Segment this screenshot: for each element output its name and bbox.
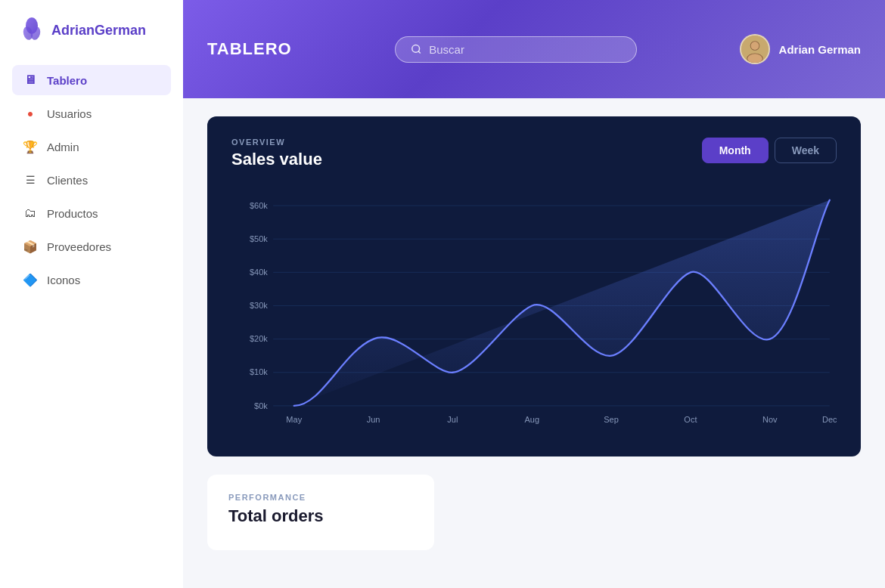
sidebar-item-tablero[interactable]: 🖥 Tablero xyxy=(12,65,171,95)
week-button[interactable]: Week xyxy=(775,138,837,163)
content-area: OVERVIEW Sales value Month Week xyxy=(183,98,885,588)
sidebar-item-label: Tablero xyxy=(47,74,87,87)
sidebar-item-proveedores[interactable]: 📦 Proveedores xyxy=(12,231,171,262)
svg-text:May: May xyxy=(286,415,302,424)
svg-text:Jul: Jul xyxy=(447,415,458,424)
search-bar[interactable] xyxy=(395,36,637,63)
svg-text:$50k: $50k xyxy=(250,234,268,243)
sales-chart-card: OVERVIEW Sales value Month Week xyxy=(207,116,861,456)
sidebar: AdrianGerman 🖥 Tablero ● Usuarios 🏆 Admi… xyxy=(0,0,183,588)
admin-icon: 🏆 xyxy=(23,139,38,154)
sidebar-item-label: Proveedores xyxy=(47,240,111,253)
sidebar-logo: AdrianGerman xyxy=(0,0,183,65)
search-input[interactable] xyxy=(429,43,620,56)
sidebar-item-label: Clientes xyxy=(47,174,88,187)
svg-text:$10k: $10k xyxy=(250,367,268,376)
sidebar-item-admin[interactable]: 🏆 Admin xyxy=(12,132,171,162)
main-content: TABLERO Adrian German xyxy=(183,0,885,588)
chart-title: Sales value xyxy=(231,150,322,169)
svg-text:Dec: Dec xyxy=(822,415,837,424)
svg-point-8 xyxy=(750,42,759,50)
chart-overview-label: OVERVIEW xyxy=(231,138,322,147)
svg-text:Nov: Nov xyxy=(762,415,778,424)
avatar xyxy=(740,34,770,64)
chart-labels: OVERVIEW Sales value xyxy=(231,138,322,169)
svg-text:Oct: Oct xyxy=(684,415,697,424)
tablero-icon: 🖥 xyxy=(23,73,38,88)
sidebar-item-label: Admin xyxy=(47,141,79,153)
svg-text:Sep: Sep xyxy=(604,415,619,424)
svg-line-4 xyxy=(418,51,421,54)
usuarios-icon: ● xyxy=(23,106,38,121)
svg-text:$30k: $30k xyxy=(250,301,268,310)
logo-text: AdrianGerman xyxy=(51,23,146,39)
performance-card: PERFORMANCE Total orders xyxy=(207,475,434,550)
sidebar-item-productos[interactable]: 🗂 Productos xyxy=(12,198,171,228)
svg-text:$0k: $0k xyxy=(254,401,268,410)
sidebar-item-iconos[interactable]: 🔷 Iconos xyxy=(12,265,171,295)
proveedores-icon: 📦 xyxy=(23,239,38,254)
sidebar-nav: 🖥 Tablero ● Usuarios 🏆 Admin ☰ Clientes … xyxy=(0,65,183,295)
svg-point-9 xyxy=(747,54,762,63)
user-name: Adrian German xyxy=(779,43,861,56)
logo-icon xyxy=(18,17,45,44)
user-menu[interactable]: Adrian German xyxy=(740,34,861,64)
sidebar-item-clientes[interactable]: ☰ Clientes xyxy=(12,165,171,195)
svg-text:Aug: Aug xyxy=(524,415,539,424)
svg-text:$20k: $20k xyxy=(250,334,268,343)
avatar-image xyxy=(741,34,769,64)
sidebar-item-usuarios[interactable]: ● Usuarios xyxy=(12,98,171,128)
chart-header: OVERVIEW Sales value Month Week xyxy=(231,138,837,169)
search-icon xyxy=(411,43,422,55)
svg-point-3 xyxy=(411,45,419,53)
sidebar-item-label: Iconos xyxy=(47,274,80,286)
clientes-icon: ☰ xyxy=(23,172,38,187)
chart-buttons: Month Week xyxy=(702,138,837,163)
performance-title: Total orders xyxy=(228,506,413,526)
svg-text:$60k: $60k xyxy=(250,201,268,210)
productos-icon: 🗂 xyxy=(23,206,38,221)
iconos-icon: 🔷 xyxy=(23,272,38,287)
performance-label: PERFORMANCE xyxy=(228,493,413,502)
sales-chart-svg: $60k $50k $40k $30k $20k $10k $0k May Ju… xyxy=(231,181,837,438)
sidebar-item-label: Productos xyxy=(47,207,98,220)
header: TABLERO Adrian German xyxy=(183,0,885,98)
svg-text:Jun: Jun xyxy=(367,415,380,424)
header-title: TABLERO xyxy=(207,39,292,59)
sidebar-item-label: Usuarios xyxy=(47,107,92,120)
svg-text:$40k: $40k xyxy=(250,268,268,277)
month-button[interactable]: Month xyxy=(702,138,769,163)
chart-container: $60k $50k $40k $30k $20k $10k $0k May Ju… xyxy=(231,181,837,441)
